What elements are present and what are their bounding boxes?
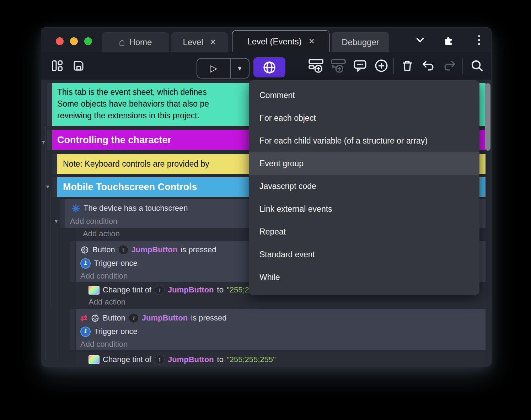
note-text: Note: Keyboard controls are provided by bbox=[63, 159, 209, 169]
object-name: JumpButton bbox=[168, 285, 214, 295]
tab-level-events[interactable]: Level (Events) × bbox=[232, 30, 329, 52]
undo-button[interactable] bbox=[420, 52, 436, 80]
action-text: Change tint of bbox=[103, 285, 151, 295]
event-grip[interactable] bbox=[52, 177, 57, 197]
title-bar: ⌂ Home Level × Level (Events) × Debugger… bbox=[41, 28, 491, 52]
play-icon: ▷ bbox=[210, 63, 218, 74]
add-event-icon bbox=[308, 58, 324, 73]
divider bbox=[393, 58, 394, 74]
traffic-close-button[interactable] bbox=[56, 37, 64, 45]
toolbar: ▷ ▾ bbox=[41, 52, 491, 80]
add-comment-button[interactable] bbox=[352, 52, 369, 80]
menu-item-link-external-events[interactable]: Link external events bbox=[249, 198, 479, 220]
redo-icon bbox=[442, 59, 457, 73]
trigger-once-icon: 1 bbox=[80, 258, 91, 269]
kebab-icon: ⋮ bbox=[473, 33, 485, 47]
condition-text: Trigger once bbox=[94, 259, 138, 268]
add-event-context-menu: Comment For each object For each child v… bbox=[249, 80, 479, 295]
gear-icon bbox=[71, 204, 80, 213]
tab-level-events-label: Level (Events) bbox=[247, 37, 301, 47]
add-event-button[interactable] bbox=[307, 52, 325, 80]
object-thumbnail-icon: ↑ bbox=[155, 285, 165, 295]
trigger-once-icon: 1 bbox=[80, 327, 91, 337]
tab-debugger-label: Debugger bbox=[342, 37, 379, 47]
indent-guide bbox=[50, 190, 50, 308]
event-grip[interactable] bbox=[47, 83, 52, 126]
event-grip[interactable] bbox=[70, 309, 76, 350]
delete-button[interactable] bbox=[399, 52, 415, 80]
action-rows: Change tint of ↑ JumpButton to "255;255;… bbox=[76, 352, 486, 366]
close-icon[interactable]: × bbox=[309, 37, 315, 46]
condition-text: is pressed bbox=[191, 313, 226, 323]
menu-item-event-group[interactable]: Event group bbox=[249, 152, 479, 175]
button-pad-icon bbox=[80, 246, 89, 254]
search-button[interactable] bbox=[469, 52, 485, 80]
collapse-arrow-icon[interactable]: ▾ bbox=[46, 184, 49, 190]
tab-home-label: Home bbox=[129, 37, 152, 47]
event-grip[interactable] bbox=[60, 199, 65, 228]
condition-row[interactable]: 1 Trigger once bbox=[80, 325, 486, 338]
circle-plus-icon bbox=[374, 58, 389, 73]
tab-home[interactable]: ⌂ Home bbox=[102, 32, 169, 52]
add-condition-link[interactable]: Add condition bbox=[80, 338, 486, 350]
choose-add-button[interactable] bbox=[373, 52, 390, 80]
traffic-minimize-button[interactable] bbox=[70, 37, 78, 45]
indent-guide bbox=[45, 126, 45, 360]
menu-item-while[interactable]: While bbox=[249, 266, 479, 289]
play-preview-button[interactable]: ▷ bbox=[197, 63, 230, 74]
tab-list-dropdown-button[interactable] bbox=[413, 28, 427, 52]
menu-item-standard-event[interactable]: Standard event bbox=[249, 243, 479, 266]
tab-level[interactable]: Level × bbox=[171, 32, 228, 52]
save-icon bbox=[72, 59, 85, 72]
traffic-zoom-button[interactable] bbox=[84, 37, 92, 45]
more-menu-button[interactable]: ⋮ bbox=[472, 28, 486, 52]
redo-button[interactable] bbox=[441, 52, 458, 80]
collapse-arrow-icon[interactable]: ▾ bbox=[55, 218, 58, 224]
condition-text: Trigger once bbox=[94, 327, 138, 336]
action-value: "255;255;255" bbox=[227, 355, 276, 364]
extensions-button[interactable] bbox=[441, 28, 456, 52]
object-name: JumpButton bbox=[142, 313, 188, 323]
event-grip[interactable] bbox=[47, 130, 52, 150]
collapse-arrow-icon[interactable]: ▾ bbox=[42, 139, 45, 145]
preview-button-group: ▷ ▾ bbox=[197, 58, 250, 79]
chevron-down-icon bbox=[414, 34, 426, 46]
action-text: to bbox=[217, 355, 224, 364]
add-action-link[interactable]: Add action bbox=[88, 366, 486, 366]
menu-item-for-each-object[interactable]: For each object bbox=[249, 107, 479, 129]
close-icon[interactable]: × bbox=[210, 37, 216, 47]
preview-options-button[interactable]: ▾ bbox=[231, 64, 249, 72]
event-grip[interactable] bbox=[70, 241, 76, 282]
action-row-tint[interactable]: Change tint of ↑ JumpButton to "255;255;… bbox=[88, 353, 486, 366]
network-preview-button[interactable] bbox=[253, 57, 285, 77]
action-text: Change tint of bbox=[103, 355, 151, 364]
condition-text: Button bbox=[103, 313, 125, 323]
invert-condition-icon: ⇄ bbox=[80, 314, 87, 322]
tab-level-label: Level bbox=[183, 37, 203, 47]
add-condition-label: Add condition bbox=[70, 217, 117, 226]
tint-icon bbox=[88, 286, 100, 295]
project-manager-button[interactable] bbox=[50, 52, 64, 80]
menu-item-javascript-code[interactable]: Javascript code bbox=[249, 175, 479, 198]
add-condition-label: Add condition bbox=[80, 340, 128, 349]
caret-down-icon: ▾ bbox=[238, 65, 242, 72]
condition-row[interactable]: ⇄ Button ↑ JumpButton is pressed bbox=[80, 311, 486, 325]
search-icon bbox=[470, 59, 484, 73]
tab-debugger[interactable]: Debugger bbox=[332, 32, 389, 52]
add-subevent-icon bbox=[330, 58, 347, 73]
menu-item-comment[interactable]: Comment bbox=[249, 84, 479, 107]
add-condition-label: Add condition bbox=[80, 271, 128, 281]
add-action-link[interactable]: Add action bbox=[88, 296, 486, 308]
event-jumpbutton-pressed-inverted[interactable]: ⇄ Button ↑ JumpButton is pressed 1 bbox=[70, 309, 486, 350]
object-name: JumpButton bbox=[168, 355, 214, 364]
event-grip[interactable] bbox=[52, 154, 57, 174]
house-icon: ⌂ bbox=[119, 37, 125, 48]
menu-item-for-each-child-variable[interactable]: For each child variable (of a structure … bbox=[249, 129, 479, 152]
menu-item-repeat[interactable]: Repeat bbox=[249, 220, 479, 243]
indent-guide bbox=[58, 227, 58, 359]
trash-icon bbox=[401, 59, 414, 72]
add-subevent-button[interactable] bbox=[329, 52, 347, 80]
save-button[interactable] bbox=[71, 52, 86, 80]
scrollbar-thumb[interactable] bbox=[485, 83, 490, 151]
comment-bubble-icon bbox=[353, 58, 368, 73]
